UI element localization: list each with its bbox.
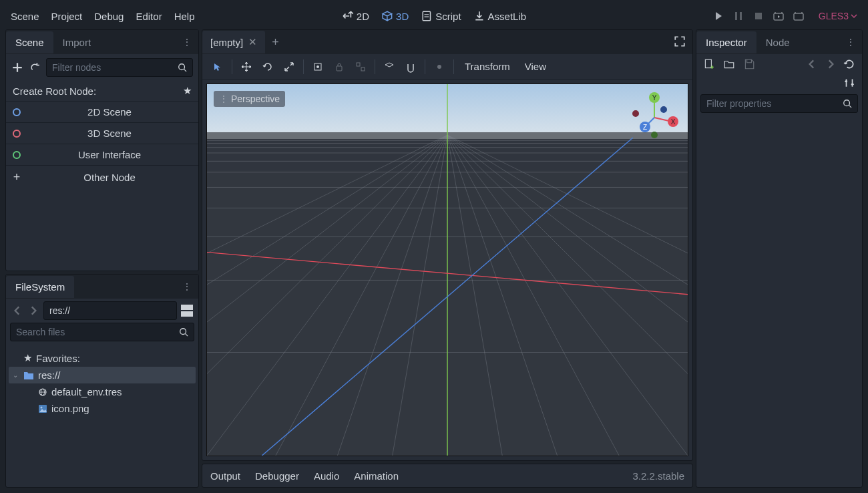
res-root-row[interactable]: ⌄ res:// bbox=[9, 367, 196, 383]
select-tool-icon[interactable] bbox=[208, 57, 228, 76]
svg-text:X: X bbox=[671, 118, 676, 126]
dock-options-icon[interactable]: ⋮ bbox=[182, 37, 192, 47]
root-3d-scene[interactable]: 3D Scene bbox=[6, 122, 198, 144]
object-properties-icon[interactable] bbox=[843, 77, 855, 89]
svg-point-6 bbox=[179, 64, 185, 70]
bottom-debugger[interactable]: Debugger bbox=[255, 470, 299, 482]
menu-project[interactable]: Project bbox=[51, 11, 83, 22]
control-icon bbox=[13, 151, 21, 159]
tab-inspector[interactable]: Inspector bbox=[696, 31, 756, 53]
stop-icon[interactable] bbox=[753, 11, 764, 21]
view-menu[interactable]: View bbox=[518, 61, 553, 72]
snap-options-icon[interactable] bbox=[401, 57, 421, 76]
forward-icon[interactable] bbox=[27, 305, 39, 317]
group-icon[interactable] bbox=[351, 57, 371, 76]
bottom-output[interactable]: Output bbox=[210, 470, 240, 482]
snap-icon[interactable] bbox=[379, 57, 399, 76]
view-gizmo[interactable]: Y X Z bbox=[628, 90, 681, 143]
lock-icon[interactable] bbox=[329, 57, 349, 76]
tab-scene[interactable]: Scene bbox=[6, 31, 53, 53]
save-resource-icon[interactable] bbox=[743, 58, 755, 70]
tab-filesystem[interactable]: FileSystem bbox=[6, 276, 74, 298]
search-files-field[interactable] bbox=[16, 327, 175, 337]
scale-tool-icon[interactable] bbox=[279, 57, 299, 76]
scene-tab-empty[interactable]: [empty] ✕ bbox=[202, 31, 265, 53]
version-label: 3.2.2.stable bbox=[632, 470, 684, 482]
svg-point-65 bbox=[844, 100, 850, 106]
history-icon[interactable] bbox=[843, 58, 855, 70]
favorite-icon[interactable]: ★ bbox=[183, 85, 192, 97]
filter-properties-input[interactable] bbox=[700, 94, 858, 113]
search-files-input[interactable] bbox=[10, 323, 194, 341]
root-2d-scene[interactable]: 2D Scene bbox=[6, 101, 198, 122]
favorites-row[interactable]: ★ Favorites: bbox=[9, 349, 196, 367]
menu-help[interactable]: Help bbox=[174, 11, 195, 22]
root-ui[interactable]: User Interface bbox=[6, 144, 198, 165]
perspective-label: Perspective bbox=[231, 94, 280, 104]
svg-point-64 bbox=[851, 84, 853, 86]
menu-scene[interactable]: Scene bbox=[11, 11, 39, 22]
instance-icon[interactable] bbox=[29, 61, 41, 73]
close-icon[interactable]: ✕ bbox=[248, 36, 257, 48]
viewport-3d[interactable]: ⋮ Perspective Y X Z bbox=[206, 84, 688, 456]
filter-nodes-input[interactable] bbox=[46, 58, 193, 77]
plus-icon: + bbox=[13, 170, 21, 184]
svg-text:Y: Y bbox=[652, 94, 657, 102]
workspace-2d-label: 2D bbox=[357, 11, 369, 22]
menu-editor[interactable]: Editor bbox=[136, 11, 162, 22]
play-scene-icon[interactable] bbox=[773, 11, 784, 21]
add-node-icon[interactable] bbox=[11, 61, 23, 73]
workspace-3d[interactable]: 3D bbox=[381, 10, 409, 22]
bottom-animation[interactable]: Animation bbox=[354, 470, 399, 482]
add-scene-icon[interactable]: + bbox=[265, 35, 286, 49]
bottom-bar: Output Debugger Audio Animation 3.2.2.st… bbox=[202, 464, 693, 488]
preview-sun-icon[interactable] bbox=[429, 57, 449, 76]
cube-icon bbox=[381, 10, 393, 22]
transform-menu[interactable]: Transform bbox=[458, 61, 517, 72]
play-custom-scene-icon[interactable] bbox=[793, 11, 804, 21]
root-2d-label: 2D Scene bbox=[27, 106, 192, 118]
svg-point-63 bbox=[845, 80, 847, 82]
workspace-assetlib[interactable]: AssetLib bbox=[473, 10, 527, 22]
svg-rect-62 bbox=[705, 59, 711, 67]
root-other[interactable]: + Other Node bbox=[6, 165, 198, 189]
file-row[interactable]: icon.png bbox=[9, 400, 196, 417]
history-back-icon[interactable] bbox=[806, 58, 818, 70]
workspace-assetlib-label: AssetLib bbox=[488, 11, 527, 22]
load-resource-icon[interactable] bbox=[723, 58, 735, 70]
bottom-audio[interactable]: Audio bbox=[314, 470, 339, 482]
filter-nodes-field[interactable] bbox=[52, 62, 174, 73]
distraction-free-icon[interactable] bbox=[674, 35, 686, 49]
move-tool-icon[interactable] bbox=[236, 57, 256, 76]
history-forward-icon[interactable] bbox=[825, 58, 837, 70]
svg-rect-13 bbox=[337, 66, 342, 71]
svg-rect-1 bbox=[735, 12, 737, 20]
back-icon[interactable] bbox=[11, 305, 23, 317]
root-3d-label: 3D Scene bbox=[27, 128, 192, 139]
local-coords-icon[interactable] bbox=[308, 57, 328, 76]
path-input[interactable]: res:// bbox=[43, 301, 177, 320]
filter-properties-field[interactable] bbox=[706, 98, 839, 109]
download-icon bbox=[473, 10, 485, 22]
split-view-icon[interactable] bbox=[181, 305, 193, 317]
root-other-label: Other Node bbox=[27, 172, 192, 183]
expand-icon[interactable]: ⌄ bbox=[13, 371, 19, 379]
file-row[interactable]: default_env.tres bbox=[9, 383, 196, 400]
folder-icon bbox=[23, 371, 34, 380]
pause-icon[interactable] bbox=[733, 11, 744, 21]
res-root-label: res:// bbox=[38, 369, 60, 381]
rotate-tool-icon[interactable] bbox=[258, 57, 278, 76]
workspace-script[interactable]: Script bbox=[421, 10, 461, 22]
arrows-icon bbox=[342, 10, 354, 22]
workspace-2d[interactable]: 2D bbox=[342, 10, 369, 22]
new-resource-icon[interactable] bbox=[703, 58, 715, 70]
play-icon[interactable] bbox=[713, 11, 724, 21]
spatial-icon bbox=[13, 130, 21, 138]
perspective-badge[interactable]: ⋮ Perspective bbox=[214, 91, 285, 107]
menu-debug[interactable]: Debug bbox=[94, 11, 124, 22]
dock-options-icon[interactable]: ⋮ bbox=[182, 281, 192, 292]
tab-import[interactable]: Import bbox=[53, 31, 101, 53]
dock-options-icon[interactable]: ⋮ bbox=[846, 37, 855, 47]
tab-node[interactable]: Node bbox=[756, 31, 799, 53]
renderer-select[interactable]: GLES3 bbox=[819, 11, 857, 21]
